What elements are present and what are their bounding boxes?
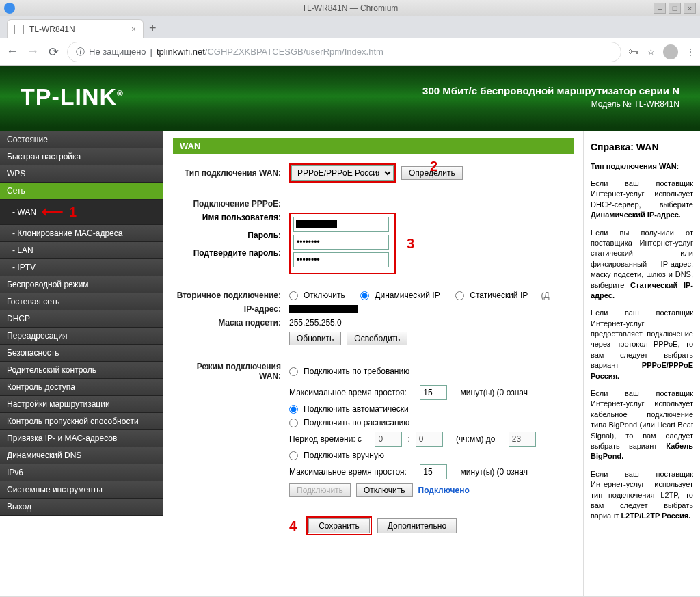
reload-button[interactable]: ⟳ (46, 44, 60, 59)
password-label: Пароль: (173, 230, 281, 248)
sidebar-item-lan[interactable]: - LAN (0, 242, 163, 259)
sidebar-item-parental[interactable]: Родительский контроль (0, 362, 163, 379)
brand-logo: TP-LINK® (21, 83, 124, 110)
sidebar-item-wireless[interactable]: Беспроводной режим (0, 276, 163, 293)
advanced-button[interactable]: Дополнительно (377, 518, 457, 533)
sidebar-item-ipv6[interactable]: IPv6 (0, 464, 163, 481)
product-line: 300 Мбит/с беспроводной маршрутизатор се… (422, 85, 679, 96)
password-input[interactable] (293, 235, 389, 250)
window-titlebar: TL-WR841N — Chromium – □ × (0, 0, 700, 16)
period-from-m (416, 432, 443, 447)
window-controls: – □ × (654, 3, 696, 14)
security-label: Не защищено (89, 47, 146, 57)
username-label: Имя пользователя: (173, 213, 281, 230)
sidebar-item-dhcp[interactable]: DHCP (0, 310, 163, 328)
sidebar-item-quicksetup[interactable]: Быстрая настройка (0, 148, 163, 165)
period-to (509, 432, 536, 447)
secondary-label: Вторичное подключение: (173, 291, 289, 300)
marker-3: 3 (407, 236, 414, 252)
help-title: Справка: WAN (591, 141, 693, 155)
sidebar-item-ddns[interactable]: Динамический DNS (0, 447, 163, 464)
maximize-button[interactable]: □ (669, 3, 681, 14)
radio-sched[interactable] (289, 419, 298, 427)
back-button[interactable]: ← (5, 44, 19, 59)
minimize-button[interactable]: – (654, 3, 666, 14)
tab-close-icon[interactable]: × (131, 25, 136, 34)
bookmark-icon[interactable]: ☆ (647, 47, 655, 57)
profile-avatar[interactable] (663, 44, 678, 59)
forward-button[interactable]: → (26, 44, 40, 59)
new-tab-button[interactable]: + (149, 21, 157, 38)
address-bar[interactable]: ⓘ Не защищено | tplinkwifi.net/CGHPZXKBP… (67, 42, 621, 62)
disconnect-button[interactable]: Отключить (356, 483, 413, 497)
radio-auto[interactable] (289, 405, 298, 414)
model-line: Модель № TL-WR841N (422, 99, 679, 109)
page-icon (14, 25, 24, 34)
url-text: tplinkwifi.net/CGHPZXKBPATCESGB/userRpm/… (157, 47, 383, 57)
main-content: WAN 2 Тип подключения WAN: PPPoE/PPPoE Р… (163, 131, 584, 596)
help-panel: Справка: WAN Тип подключения WAN: Если в… (584, 131, 700, 596)
sidebar-item-iptv[interactable]: - IPTV (0, 259, 163, 276)
mask-value: 255.255.255.0 (289, 318, 342, 328)
redacted-username (296, 220, 337, 228)
menu-icon[interactable]: ⋮ (686, 47, 695, 57)
section-header: WAN (173, 138, 574, 154)
sidebar-item-forward[interactable]: Переадресация (0, 328, 163, 345)
tab-strip: TL-WR841N × + (0, 16, 700, 38)
conn-type-label: Тип подключения WAN: (173, 168, 289, 178)
browser-toolbar: ← → ⟳ ⓘ Не защищено | tplinkwifi.net/CGH… (0, 38, 700, 66)
sidebar-item-macclone[interactable]: - Клонирование MAC-адреса (0, 225, 163, 242)
close-button[interactable]: × (684, 3, 696, 14)
connection-status: Подключено (418, 486, 470, 495)
info-icon: ⓘ (76, 46, 85, 58)
marker-4: 4 (289, 518, 297, 534)
browser-tab[interactable]: TL-WR841N × (7, 19, 144, 38)
sidebar-item-routing[interactable]: Настройки маршрутизации (0, 396, 163, 413)
redacted-ip (289, 305, 358, 313)
radio-demand[interactable] (289, 367, 298, 376)
refresh-button[interactable]: Обновить (289, 332, 341, 345)
radio-dynip[interactable] (360, 291, 369, 300)
arrow-icon: ⟵ (42, 203, 64, 221)
radio-static[interactable] (455, 291, 464, 300)
mode-label: Режим подключения WAN: (173, 362, 289, 381)
app-icon (4, 3, 15, 14)
connect-button[interactable]: Подключить (289, 483, 351, 497)
marker-2: 2 (430, 159, 438, 174)
sidebar-item-status[interactable]: Состояние (0, 131, 163, 148)
idle-input[interactable] (420, 385, 447, 400)
sidebar-item-systools[interactable]: Системные инструменты (0, 481, 163, 499)
sidebar: Состояние Быстрая настройка WPS Сеть - W… (0, 131, 163, 596)
window-title: TL-WR841N — Chromium (0, 3, 700, 13)
sidebar-item-logout[interactable]: Выход (0, 499, 163, 516)
sidebar-item-security[interactable]: Безопасность (0, 345, 163, 362)
confirm-label: Подтвердите пароль: (173, 248, 281, 266)
confirm-input[interactable] (293, 252, 389, 267)
sidebar-item-wan[interactable]: - WAN ⟵ 1 (0, 200, 163, 225)
radio-manual[interactable] (289, 451, 298, 460)
sidebar-item-network[interactable]: Сеть (0, 183, 163, 200)
mask-label: Маска подсети: (173, 318, 289, 328)
tab-title: TL-WR841N (29, 25, 75, 34)
radio-disable[interactable] (289, 291, 298, 300)
pppoe-label: Подключение PPPoE: (173, 199, 289, 209)
sidebar-item-access[interactable]: Контроль доступа (0, 379, 163, 396)
idle2-input[interactable] (420, 464, 447, 479)
marker-1: 1 (69, 204, 77, 220)
sidebar-item-ipmac[interactable]: Привязка IP- и MAC-адресов (0, 430, 163, 447)
header-banner: TP-LINK® 300 Мбит/с беспроводной маршрут… (0, 66, 700, 127)
period-from-h (375, 432, 402, 447)
save-button[interactable]: Сохранить (308, 518, 370, 533)
conn-type-select[interactable]: PPPoE/PPPoE Россия (291, 165, 394, 181)
sidebar-item-wps[interactable]: WPS (0, 165, 163, 183)
sidebar-item-guest[interactable]: Гостевая сеть (0, 293, 163, 310)
key-icon[interactable]: 🗝 (628, 46, 639, 58)
ip-label: IP-адрес: (173, 304, 289, 314)
release-button[interactable]: Освободить (347, 332, 407, 345)
sidebar-item-bandwidth[interactable]: Контроль пропускной способности (0, 413, 163, 430)
